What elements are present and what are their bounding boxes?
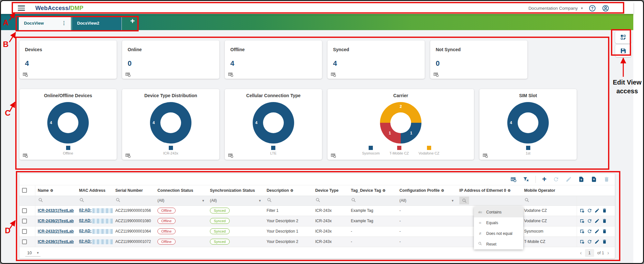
serial-number: ACZ1199000001064 — [115, 229, 151, 234]
edit-icon[interactable] — [594, 229, 600, 234]
ip-filter-search-active[interactable] — [459, 197, 469, 204]
chart-card-online-offline: Online/Offline Devices 4 Offline — [19, 89, 117, 160]
delete-icon[interactable] — [602, 229, 607, 234]
chart-legend: Offline — [19, 146, 117, 155]
column-chooser-icon[interactable] — [510, 176, 516, 182]
search-icon[interactable] — [351, 197, 356, 203]
device-name-link[interactable]: ICR-2432(2)TestLab — [38, 229, 74, 234]
search-icon[interactable] — [79, 197, 85, 203]
col-header-ip[interactable]: IP Address of Ethernet 0⚙ — [457, 185, 522, 196]
not-equal-icon: ≠ — [477, 231, 483, 236]
account-icon[interactable] — [602, 5, 609, 12]
row-checkbox[interactable] — [22, 219, 27, 224]
col-header-name[interactable]: Name⚙ — [35, 185, 76, 196]
delete-icon[interactable] — [602, 239, 607, 244]
reboot-icon[interactable] — [587, 239, 592, 244]
show-in-table-icon[interactable] — [330, 72, 336, 77]
apply-profile-icon[interactable] — [580, 239, 585, 244]
menu-item-reset[interactable]: Reset — [474, 239, 523, 249]
show-in-table-icon[interactable] — [22, 153, 28, 158]
import-icon[interactable] — [578, 176, 584, 182]
column-settings-icon[interactable]: ⚙ — [507, 189, 511, 192]
search-icon[interactable] — [115, 197, 121, 203]
apply-profile-icon[interactable] — [580, 218, 585, 224]
reboot-icon[interactable] — [587, 208, 592, 213]
sync-filter-select[interactable]: (All)▾ — [210, 198, 261, 203]
show-in-table-icon[interactable] — [482, 153, 488, 158]
hamburger-menu-icon[interactable] — [18, 6, 25, 11]
clear-filters-icon[interactable] — [523, 176, 529, 182]
company-selector[interactable]: Documentation Company ▾ — [528, 6, 583, 11]
reboot-icon[interactable] — [587, 229, 592, 234]
connection-filter-select[interactable]: (All)▾ — [157, 198, 205, 203]
show-in-table-icon[interactable] — [433, 72, 439, 77]
reboot-icon[interactable] — [587, 218, 592, 224]
edit-icon[interactable] — [594, 239, 600, 244]
show-in-table-icon[interactable] — [125, 72, 131, 77]
chart-legend: LTE — [225, 146, 322, 155]
help-icon[interactable] — [589, 5, 596, 12]
search-icon[interactable] — [267, 197, 272, 203]
edit-icon[interactable] — [594, 208, 600, 213]
col-header-mac[interactable]: MAC Address — [76, 185, 113, 196]
col-header-connection[interactable]: Connection Status — [155, 185, 207, 196]
current-page[interactable]: 1 — [585, 249, 594, 257]
col-header-tag[interactable]: Tag_Device Tag⚙ — [348, 185, 397, 196]
edit-view-button[interactable] — [615, 31, 631, 43]
delete-icon[interactable] — [602, 218, 607, 224]
mac-address-link[interactable]: 02:AD: — [79, 239, 92, 244]
menu-item-does-not-equal[interactable]: ≠ Does not equal — [474, 228, 523, 239]
menu-item-equals[interactable]: = Equals — [474, 217, 523, 228]
show-in-table-icon[interactable] — [228, 72, 233, 77]
search-icon[interactable] — [315, 197, 321, 203]
tab-docsview[interactable]: DocsView ⋮ — [19, 16, 71, 30]
show-in-table-icon[interactable] — [330, 153, 336, 158]
column-settings-icon[interactable]: ⚙ — [382, 189, 385, 192]
apply-profile-icon[interactable] — [580, 208, 585, 213]
search-icon[interactable] — [38, 197, 43, 203]
show-in-table-icon[interactable] — [228, 153, 233, 158]
show-in-table-icon[interactable] — [22, 72, 28, 77]
delete-icon[interactable] — [602, 208, 607, 213]
export-icon[interactable] — [591, 176, 597, 182]
column-settings-icon[interactable]: ⚙ — [441, 189, 444, 192]
add-device-button[interactable]: + — [542, 176, 546, 182]
row-checkbox[interactable] — [22, 229, 27, 234]
connection-status-badge: Offline — [157, 239, 176, 245]
save-icon — [620, 48, 627, 54]
mac-address-link[interactable]: 02:AD: — [79, 218, 92, 223]
col-header-device-type[interactable]: Device Type — [313, 185, 348, 196]
row-checkbox[interactable] — [22, 208, 27, 213]
show-in-table-icon[interactable] — [125, 153, 131, 158]
apply-profile-icon[interactable] — [580, 229, 585, 234]
rows-per-page-select[interactable]: 10 ▾ — [25, 250, 40, 257]
col-header-operator[interactable]: Mobile Operator — [522, 185, 577, 196]
chart-title: Device Type Distribution — [122, 93, 219, 98]
col-header-profile[interactable]: Configuration Profile⚙ — [397, 185, 457, 196]
search-icon[interactable] — [524, 197, 530, 203]
tab-docsview2[interactable]: DocsView2 — [72, 16, 122, 30]
device-name-link[interactable]: ICR-2436(2)TestLab — [38, 219, 74, 223]
column-settings-icon[interactable]: ⚙ — [50, 189, 53, 192]
add-view-button[interactable]: + — [127, 14, 138, 28]
edit-icon[interactable] — [566, 176, 572, 182]
row-checkbox[interactable] — [22, 239, 27, 244]
mac-address-link[interactable]: 02:AD: — [79, 229, 92, 233]
menu-item-contains[interactable]: abc Contains — [474, 207, 523, 217]
tab-menu-icon[interactable]: ⋮ — [60, 20, 68, 26]
column-settings-icon[interactable]: ⚙ — [290, 189, 293, 192]
prev-page-button[interactable]: ‹ — [580, 250, 581, 256]
col-header-sync[interactable]: Synchronization Status — [207, 185, 264, 196]
reboot-icon[interactable] — [553, 176, 559, 182]
device-name-link[interactable]: ICR-2436(1)TestLab — [38, 239, 74, 244]
col-header-serial[interactable]: Serial Number — [113, 185, 155, 196]
save-view-button[interactable] — [615, 45, 631, 57]
next-page-button[interactable]: › — [607, 250, 609, 256]
select-all-checkbox[interactable] — [22, 188, 27, 193]
mac-address-link[interactable]: 02:AD: — [79, 208, 92, 212]
device-name-link[interactable]: ICR-2432(1)TestLab — [38, 208, 74, 213]
edit-icon[interactable] — [594, 218, 600, 224]
col-header-description[interactable]: Description⚙ — [264, 185, 313, 196]
profile-filter-select[interactable]: (All)▾ — [399, 198, 454, 203]
delete-icon[interactable] — [604, 176, 610, 182]
